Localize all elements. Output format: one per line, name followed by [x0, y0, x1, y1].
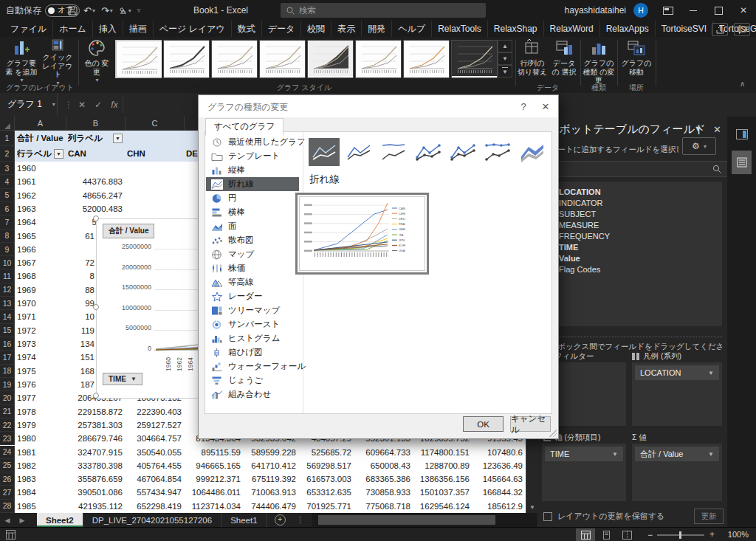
cell-27-6[interactable]: 653312.635	[299, 486, 354, 499]
chart-type-7[interactable]: 散布図	[206, 233, 299, 247]
share-icon[interactable]	[712, 23, 728, 36]
cell-a3[interactable]: 1960	[17, 162, 61, 175]
cell-22-2[interactable]: 257381.303	[66, 418, 126, 432]
accessibility-icon[interactable]	[6, 530, 16, 540]
column-header-C[interactable]: C	[126, 117, 185, 131]
cell-27-2[interactable]: 390501.086	[66, 486, 126, 499]
change-chart-type-button[interactable]: グラフの種類 の変更	[582, 38, 616, 87]
zoom-in-icon[interactable]: +	[709, 529, 715, 540]
cell-26-3[interactable]: 467064.854	[126, 472, 185, 486]
ribbon-tab-15[interactable]: TortoiseSVI	[656, 21, 713, 37]
horizontal-scroll-thumb[interactable]	[318, 515, 495, 525]
close-button[interactable]: ✕	[731, 0, 756, 21]
row-header-15[interactable]: 15	[0, 324, 15, 337]
cell-24-4[interactable]: 895115.59	[185, 446, 244, 459]
cell-a15[interactable]: 1972	[17, 324, 61, 337]
view-page-break-icon[interactable]	[617, 528, 636, 541]
chart-handle[interactable]	[93, 393, 99, 399]
cell-a25[interactable]: 1982	[17, 459, 61, 472]
chart-type-10[interactable]: 等高線	[206, 275, 299, 289]
cell-25-5[interactable]: 641710.412	[244, 459, 299, 472]
row-header-27[interactable]: 27	[0, 486, 15, 499]
gallery-up-icon[interactable]: ▲	[498, 40, 512, 52]
cell-a7[interactable]: 1964	[17, 216, 61, 229]
cell-24-8[interactable]: 1174800.151	[413, 446, 472, 459]
name-box[interactable]: グラフ 1▾	[0, 93, 58, 116]
defer-layout-update[interactable]: レイアウトの更新を保留する	[543, 511, 664, 522]
row-header-14[interactable]: 14	[0, 310, 15, 323]
chart-style-thumbnail-5[interactable]	[307, 40, 354, 78]
cell-a1[interactable]: 合計 / Value	[17, 131, 69, 146]
chart-type-0[interactable]: 最近使用したグラフ	[206, 135, 299, 149]
cell-25-3[interactable]: 405764.455	[126, 459, 185, 472]
cell-25-8[interactable]: 1288700.89	[413, 459, 472, 472]
cell-24-3[interactable]: 350540.055	[126, 446, 185, 459]
row-header-1[interactable]: 1	[0, 131, 15, 146]
row-header-23[interactable]: 23	[0, 432, 15, 445]
cell-26-8[interactable]: 1386356.156	[413, 472, 472, 486]
line-stacked-icon[interactable]	[343, 138, 374, 166]
cell-27-4[interactable]: 1064486.011	[185, 486, 244, 499]
resize-grip[interactable]	[549, 430, 557, 437]
values-area-box[interactable]: 合計 / Value▼	[632, 444, 722, 501]
stamp-icon[interactable]: ▾	[116, 2, 134, 18]
cell-28-9[interactable]: 185612.9	[472, 500, 526, 513]
collapse-ribbon-icon[interactable]: ∧	[740, 80, 745, 88]
cell-a5[interactable]: 1962	[17, 189, 61, 202]
field-item-time[interactable]: ✓TIME	[537, 241, 722, 252]
cell-a27[interactable]: 1984	[17, 486, 61, 499]
legend-area-box[interactable]: LOCATION▼	[632, 362, 722, 426]
gallery-down-icon[interactable]: ▼	[498, 52, 512, 65]
chart-style-thumbnail-2[interactable]	[163, 40, 210, 78]
row-header-20[interactable]: 20	[0, 391, 15, 404]
field-item-value[interactable]: ✓Value	[537, 252, 722, 263]
add-chart-element-button[interactable]: グラフ要素 を追加▾	[3, 38, 40, 87]
ribbon-tab-14[interactable]: RelaxApps	[600, 21, 656, 37]
ribbon-tab-4[interactable]: ページ レイアウ	[154, 21, 232, 37]
sheet-prev-icon[interactable]: ◀	[0, 513, 15, 527]
row-header-11[interactable]: 11	[0, 269, 15, 283]
column-header-A[interactable]: A	[15, 117, 66, 131]
switch-row-column-button[interactable]: 行/列の 切り替え	[517, 38, 548, 87]
row-header-21[interactable]: 21	[0, 405, 15, 418]
cell-21-3[interactable]: 222390.403	[126, 405, 185, 418]
chart-type-16[interactable]: ウォーターフォール	[206, 359, 299, 373]
cell-23-3[interactable]: 304664.757	[126, 432, 185, 445]
cell-a21[interactable]: 1978	[17, 405, 61, 418]
select-all-corner[interactable]	[0, 117, 15, 131]
cell-a12[interactable]: 1969	[17, 283, 61, 297]
confirm-entry-icon[interactable]: ✓	[90, 93, 106, 116]
row-header-7[interactable]: 7	[0, 216, 15, 229]
cell-a4[interactable]: 1961	[17, 175, 61, 188]
view-normal-icon[interactable]	[576, 528, 595, 541]
cell-25-9[interactable]: 123636.49	[472, 459, 526, 472]
axis-area-box[interactable]: TIME▼	[542, 444, 626, 501]
cell-a16[interactable]: 1973	[17, 337, 61, 351]
row-header-3[interactable]: 3	[0, 162, 15, 175]
chart-type-4[interactable]: 円	[206, 191, 299, 205]
row-header-6[interactable]: 6	[0, 202, 15, 216]
maximize-button[interactable]	[706, 0, 731, 21]
redo-icon[interactable]: ↷▾	[98, 2, 116, 18]
ribbon-tab-10[interactable]: ヘルプ	[392, 21, 432, 37]
column-label-filter-icon[interactable]: ▼	[113, 134, 123, 143]
ribbon-tab-0[interactable]: ファイル	[4, 21, 53, 37]
cell-23-2[interactable]: 286679.746	[66, 432, 126, 445]
field-item-indicator[interactable]: INDICATOR	[537, 197, 722, 208]
row-header-2[interactable]: 2	[0, 146, 15, 162]
chart-type-13[interactable]: サンバースト	[206, 317, 299, 331]
ribbon-tab-1[interactable]: ホーム	[53, 21, 93, 37]
cell-28-5[interactable]: 744406.479	[244, 500, 299, 513]
defer-checkbox[interactable]	[543, 512, 552, 521]
cell-26-4[interactable]: 999212.371	[185, 472, 244, 486]
cell-b1[interactable]: 列ラベル	[68, 131, 112, 146]
cell-26-2[interactable]: 355876.659	[66, 472, 126, 486]
new-sheet-icon[interactable]: +	[275, 514, 286, 526]
row-header-17[interactable]: 17	[0, 351, 15, 364]
minimize-button[interactable]	[681, 0, 706, 21]
row-header-18[interactable]: 18	[0, 365, 15, 378]
chart-type-9[interactable]: 株価	[206, 261, 299, 275]
ribbon-display-options-icon[interactable]	[656, 0, 681, 21]
values-field-chip[interactable]: 合計 / Value▼	[635, 447, 719, 461]
ribbon-tab-6[interactable]: データ	[262, 21, 302, 37]
